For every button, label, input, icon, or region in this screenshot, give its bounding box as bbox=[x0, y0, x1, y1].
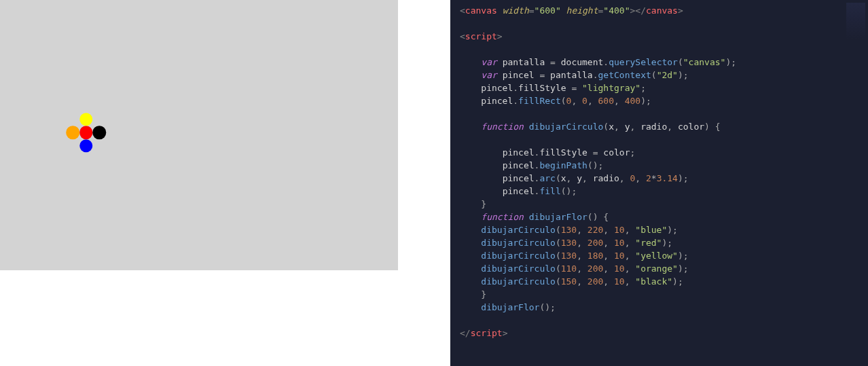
code-line[interactable] bbox=[460, 314, 868, 327]
preview-pane bbox=[0, 0, 450, 366]
code-line[interactable]: dibujarFlor(); bbox=[460, 301, 868, 314]
code-line[interactable]: dibujarCirculo(110, 200, 10, "orange"); bbox=[460, 262, 868, 275]
circle-red bbox=[79, 126, 93, 139]
code-line[interactable]: function dibujarCirculo(x, y, radio, col… bbox=[460, 120, 868, 133]
code-line[interactable]: <script> bbox=[460, 30, 868, 43]
minimap[interactable] bbox=[846, 3, 865, 43]
code-line[interactable]: var pincel = pantalla.getContext("2d"); bbox=[460, 69, 868, 81]
code-line[interactable] bbox=[460, 107, 868, 120]
circle-yellow bbox=[79, 113, 93, 126]
code-line[interactable] bbox=[460, 43, 868, 56]
code-line[interactable]: </script> bbox=[460, 327, 868, 340]
code-line[interactable]: pincel.fillStyle = "lightgray"; bbox=[460, 81, 868, 94]
code-line[interactable]: pincel.fill(); bbox=[460, 185, 868, 198]
code-line[interactable]: <canvas width="600" height="400"></canva… bbox=[460, 4, 868, 17]
code-line[interactable]: dibujarCirculo(150, 200, 10, "black"); bbox=[460, 275, 868, 288]
code-line[interactable] bbox=[460, 17, 868, 30]
code-line[interactable]: pincel.fillStyle = color; bbox=[460, 146, 868, 159]
code-line[interactable]: dibujarCirculo(130, 200, 10, "red"); bbox=[460, 236, 868, 249]
code-line[interactable]: dibujarCirculo(130, 180, 10, "yellow"); bbox=[460, 249, 868, 262]
code-line[interactable]: } bbox=[460, 288, 868, 301]
code-line[interactable]: dibujarCirculo(130, 220, 10, "blue"); bbox=[460, 223, 868, 236]
code-editor-pane[interactable]: <canvas width="600" height="400"></canva… bbox=[450, 0, 868, 366]
code-line[interactable] bbox=[460, 133, 868, 146]
code-line[interactable]: pincel.fillRect(0, 0, 600, 400); bbox=[460, 94, 868, 107]
code-line[interactable]: pincel.beginPath(); bbox=[460, 159, 868, 172]
circle-black bbox=[93, 126, 107, 139]
code-line[interactable]: var pantalla = document.querySelector("c… bbox=[460, 56, 868, 69]
code-line[interactable]: pincel.arc(x, y, radio, 0, 2*3.14); bbox=[460, 172, 868, 185]
code-line[interactable]: function dibujarFlor() { bbox=[460, 211, 868, 223]
code-line[interactable]: } bbox=[460, 198, 868, 211]
circle-blue bbox=[79, 139, 93, 153]
circle-orange bbox=[67, 126, 80, 139]
code-container[interactable]: <canvas width="600" height="400"></canva… bbox=[460, 4, 868, 340]
canvas-output bbox=[0, 0, 398, 270]
